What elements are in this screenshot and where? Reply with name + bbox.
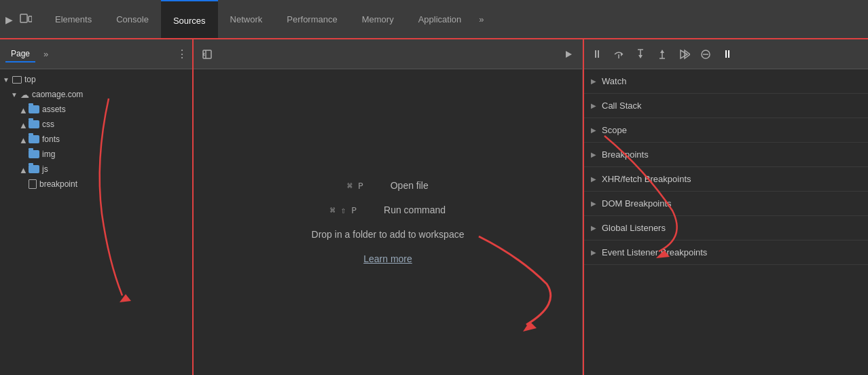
- section-label-global: Global Listeners: [602, 223, 666, 233]
- svg-marker-9: [638, 55, 643, 58]
- left-panel-header: Page » ⋮: [0, 39, 193, 69]
- section-arrow-icon: ▶: [591, 126, 596, 134]
- section-arrow-icon: ▶: [591, 224, 596, 232]
- nav-left-btn[interactable]: [199, 46, 215, 62]
- editor-empty-state: ⌘ P Open file ⌘ ⇧ P Run command Drop in …: [194, 69, 582, 375]
- tab-more[interactable]: »: [473, 14, 489, 24]
- cursor-icon[interactable]: ▶: [5, 14, 13, 25]
- section-label-scope: Scope: [602, 125, 627, 135]
- tree-item-js[interactable]: ▶ js: [0, 162, 193, 177]
- panel-more-btn[interactable]: »: [43, 49, 48, 59]
- tab-elements[interactable]: Elements: [43, 0, 104, 39]
- nav-right-btn[interactable]: [560, 46, 577, 62]
- tree-label-js: js: [42, 164, 48, 174]
- tree-item-css[interactable]: ▶ css: [0, 117, 193, 132]
- tree-item-breakpoint[interactable]: ▶ breakpoint: [0, 177, 193, 192]
- tab-console[interactable]: Console: [104, 0, 161, 39]
- tree-label-caomage: caomage.com: [32, 90, 83, 99]
- section-arrow-icon: ▶: [591, 249, 596, 256]
- arrow-icon: ▼: [11, 91, 18, 99]
- device-icon[interactable]: [20, 12, 32, 26]
- arrow-icon: ▶: [19, 121, 26, 128]
- learn-more-link[interactable]: Learn more: [363, 253, 412, 264]
- shortcut-run-command: ⌘ ⇧ P Run command: [330, 204, 446, 215]
- section-arrow-icon: ▶: [591, 200, 596, 207]
- section-label-event: Event Listener Breakpoints: [602, 247, 707, 257]
- file-tree: ▼ top ▼ ☁ caomage.com ▶ assets ▶ css: [0, 69, 193, 375]
- arrow-icon: ▶: [19, 136, 26, 143]
- tree-label-img: img: [42, 149, 55, 159]
- section-arrow-icon: ▶: [591, 151, 596, 158]
- folder-icon: [29, 150, 39, 158]
- tab-bar: ▶ Elements Console Sources Network Perfo…: [0, 0, 868, 39]
- cloud-icon: ☁: [20, 90, 29, 100]
- right-sections: ▶ Watch ▶ Call Stack ▶ Scope ▶ Breakpoin…: [583, 69, 868, 375]
- tree-label-assets: assets: [42, 105, 66, 114]
- shortcut-keys-run: ⌘ ⇧ P: [330, 205, 357, 215]
- tab-performance[interactable]: Performance: [274, 0, 349, 39]
- section-label-breakpoints: Breakpoints: [602, 149, 649, 160]
- section-arrow-icon: ▶: [591, 102, 596, 109]
- tree-label-fonts: fonts: [42, 135, 60, 144]
- svg-rect-0: [20, 14, 27, 22]
- tree-item-top[interactable]: ▼ top: [0, 72, 193, 87]
- section-global-listeners[interactable]: ▶ Global Listeners: [583, 216, 868, 240]
- deactivate-btn[interactable]: [697, 46, 715, 63]
- tree-label-top: top: [24, 75, 36, 84]
- section-breakpoints[interactable]: ▶ Breakpoints: [583, 143, 868, 167]
- right-panel: ⏸: [583, 39, 868, 375]
- toolbar-icons: ▶: [5, 12, 43, 26]
- tree-item-caomage[interactable]: ▼ ☁ caomage.com: [0, 87, 193, 102]
- svg-marker-12: [660, 50, 664, 53]
- shortcut-open-file: ⌘ P Open file: [347, 180, 429, 191]
- section-label-callstack: Call Stack: [602, 101, 642, 111]
- section-scope[interactable]: ▶ Scope: [583, 118, 868, 143]
- section-arrow-icon: ▶: [591, 175, 596, 183]
- left-panel: Page » ⋮ ▼ top ▼ ☁ caomage.com ▶ assets: [0, 39, 194, 375]
- folder-icon: [29, 105, 39, 113]
- right-toolbar: ⏸: [583, 39, 868, 69]
- arrow-icon: ▶: [19, 166, 26, 173]
- window-icon: [12, 76, 22, 84]
- tree-label-breakpoint: breakpoint: [39, 179, 77, 189]
- step-out-btn[interactable]: [653, 46, 671, 63]
- page-tab[interactable]: Page: [5, 46, 35, 62]
- tab-network[interactable]: Network: [218, 0, 275, 39]
- panel-kebab-btn[interactable]: ⋮: [177, 48, 187, 60]
- arrow-icon: ▼: [3, 76, 10, 84]
- step-into-btn[interactable]: [632, 46, 649, 63]
- file-icon: [29, 179, 37, 189]
- section-dom-breakpoints[interactable]: ▶ DOM Breakpoints: [583, 192, 868, 216]
- arrow-icon: ▶: [19, 106, 26, 113]
- svg-rect-1: [29, 16, 32, 22]
- svg-rect-2: [203, 50, 211, 58]
- tab-application[interactable]: Application: [406, 0, 474, 39]
- section-label-dom: DOM Breakpoints: [602, 198, 672, 209]
- step-btn[interactable]: [675, 46, 693, 63]
- pause-btn[interactable]: ⏸: [588, 46, 606, 63]
- section-arrow-icon: ▶: [591, 77, 596, 85]
- folder-icon: [29, 165, 39, 173]
- shortcut-keys-open: ⌘ P: [347, 181, 363, 191]
- shortcut-label-open: Open file: [391, 180, 429, 191]
- middle-toolbar: [194, 39, 582, 69]
- tree-item-img[interactable]: ▶ img: [0, 147, 193, 162]
- section-xhr-breakpoints[interactable]: ▶ XHR/fetch Breakpoints: [583, 167, 868, 192]
- section-event-listener-breakpoints[interactable]: ▶ Event Listener Breakpoints: [583, 240, 868, 265]
- tree-item-assets[interactable]: ▶ assets: [0, 102, 193, 117]
- tree-item-fonts[interactable]: ▶ fonts: [0, 132, 193, 147]
- tab-sources[interactable]: Sources: [161, 0, 218, 39]
- section-watch[interactable]: ▶ Watch: [583, 69, 868, 94]
- middle-panel: ⌘ P Open file ⌘ ⇧ P Run command Drop in …: [194, 39, 583, 375]
- drop-workspace-text: Drop in a folder to add to workspace: [312, 229, 465, 240]
- pause-on-exception-btn[interactable]: ⏸: [719, 46, 736, 63]
- folder-icon: [29, 135, 39, 143]
- tab-memory[interactable]: Memory: [350, 0, 406, 39]
- section-label-xhr: XHR/fetch Breakpoints: [602, 174, 691, 184]
- step-over-btn[interactable]: [610, 46, 628, 63]
- section-call-stack[interactable]: ▶ Call Stack: [583, 94, 868, 118]
- main-content: Page » ⋮ ▼ top ▼ ☁ caomage.com ▶ assets: [0, 39, 868, 375]
- tree-label-css: css: [42, 120, 54, 129]
- svg-marker-4: [566, 51, 572, 58]
- folder-icon: [29, 120, 39, 128]
